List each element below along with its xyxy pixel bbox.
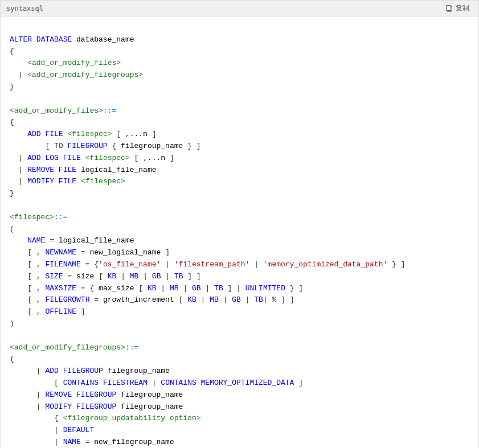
copy-label: 复制 xyxy=(456,3,469,13)
syntax-label: syntaxsql xyxy=(6,5,43,13)
svg-rect-1 xyxy=(447,5,451,10)
code-header: syntaxsql 复制 xyxy=(1,1,478,17)
copy-icon xyxy=(445,5,453,13)
copy-button[interactable]: 复制 xyxy=(442,2,473,14)
code-container: syntaxsql 复制 ALTER DATABASE database_nam… xyxy=(0,0,479,448)
code-body: ALTER DATABASE database_name { <add_or_m… xyxy=(1,17,478,448)
